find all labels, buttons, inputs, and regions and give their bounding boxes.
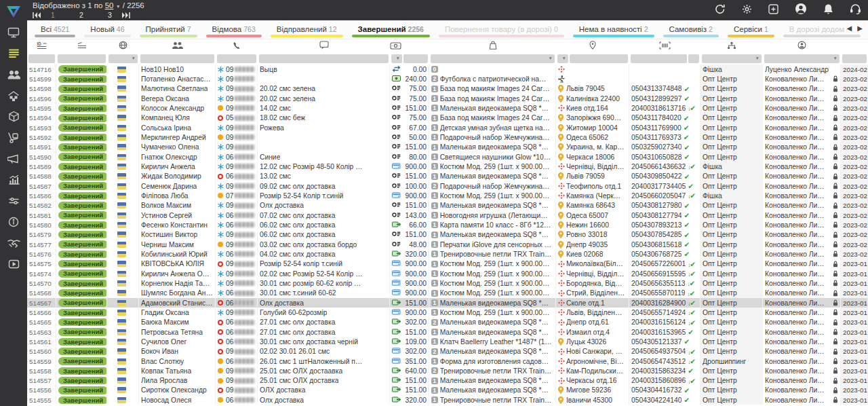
filter-pa-input[interactable] [403, 54, 428, 63]
per-page-dropdown[interactable]: 50 [105, 1, 114, 10]
column-header-tt[interactable] [629, 39, 701, 52]
sidebar-item-marketing[interactable] [0, 149, 27, 170]
filter-cm-input[interactable] [259, 54, 389, 63]
filter-pr-select[interactable] [431, 54, 555, 63]
tab-all[interactable]: Всі4521 [39, 25, 71, 37]
table-row[interactable]: 514563 Завершений Петровська Тетяна 06 2… [27, 327, 868, 337]
table-row[interactable]: 514599 Завершений Потапенко Анастас… 09 … [27, 74, 868, 84]
table-row[interactable]: 514582 Завершений Волков Максим 09 Олх д… [27, 201, 868, 210]
table-row[interactable]: 514576 Завершений Кобилинський Юрий 06 0… [27, 249, 868, 259]
table-row[interactable]: 514581 Завершений Устинов Сергей 06 07.0… [27, 210, 868, 220]
tab-new[interactable]: Новый46 [89, 25, 125, 37]
table-row[interactable]: 514591 Завершений Чумаченко Олена 09 151… [27, 143, 868, 152]
filter-de-input[interactable] [570, 54, 628, 63]
column-header-id[interactable]: ID [27, 39, 56, 52]
tab-services[interactable]: Сервіси1 [732, 25, 770, 37]
sidebar-item-dashboard[interactable] [0, 23, 27, 44]
tab-declined[interactable]: Відмова763 [211, 25, 257, 37]
table-row[interactable]: 514593 Завершений Сольська Ірина 09 Роже… [27, 123, 868, 132]
column-header-ph[interactable] [216, 39, 258, 52]
filter-pa-select[interactable] [391, 54, 402, 63]
sidebar-item-products[interactable] [0, 107, 27, 128]
table-row[interactable]: 514566 Завершений Гладик Оксана 09 Голуб… [27, 308, 868, 317]
column-header-ch[interactable] [701, 39, 763, 52]
sidebar-item-partners[interactable] [0, 234, 27, 255]
table-row[interactable]: 514561 Завершений Сучилов Олег 06 30.01 … [27, 337, 868, 346]
column-header-mg[interactable] [763, 39, 841, 52]
tab-out-of-stock[interactable]: Нема в наявності2 [578, 25, 650, 37]
table-row[interactable]: 514589 Завершений Кирилич Анжела 09 12.0… [27, 162, 868, 171]
filter-st-input[interactable] [58, 54, 106, 63]
column-header-dt[interactable] [841, 39, 868, 52]
filter-tt-flag[interactable] [688, 54, 699, 63]
tab-accepted[interactable]: Прийнятий7 [144, 25, 193, 37]
last-page-button[interactable] [122, 12, 130, 18]
sidebar-item-statistics[interactable] [0, 170, 27, 191]
tab-return-transit[interactable]: Повернення товару (в дорозі)0 [443, 25, 559, 37]
tab-sent[interactable]: Відправлений12 [275, 25, 338, 37]
table-row[interactable]: 514567 Завершений Адамовский Станис… 06 … [27, 298, 868, 308]
app-logo[interactable] [0, 0, 27, 23]
table-row[interactable]: 514592 Завершений Мерклингер Андрей 09 5… [27, 132, 868, 142]
table-row[interactable]: 514570 Завершений Корнелюк Надія Та… 09 … [27, 278, 868, 288]
table-row[interactable]: 514568 Завершений Шумляс Богдана Ан… 06 … [27, 289, 868, 298]
column-header-pr[interactable] [429, 39, 556, 52]
filter-mg-select[interactable] [764, 54, 840, 63]
sidebar-item-purchases[interactable] [0, 128, 27, 149]
filter-id-input[interactable] [28, 54, 55, 63]
table-row[interactable]: 514575 Завершений КВІТОВСЬКА ЮЛІЯ 09 Роз… [27, 259, 868, 269]
table-row[interactable]: 514558 Завершений Ковпак Татьяна 09 25.0… [27, 366, 868, 375]
column-header-pa[interactable] [390, 39, 429, 52]
table-row[interactable]: 514580 Завершений Фесенко Константин 06 … [27, 220, 868, 229]
table-row[interactable]: 514577 Завершений Черниш Максим 09 03.02… [27, 240, 868, 249]
table-row[interactable]: 514574 Завершений Кирилич Анжела Ол… 09 … [27, 269, 868, 278]
table-row[interactable]: 514595 Завершений Колосок Александр 09 1… [27, 103, 868, 113]
sidebar-item-settings[interactable] [0, 191, 27, 213]
sidebar-item-clients[interactable] [0, 65, 27, 86]
column-header-st[interactable] [56, 39, 107, 52]
tabs-scroll-left-icon[interactable]: ◀ [847, 24, 852, 32]
column-header-fl[interactable] [107, 39, 139, 52]
table-row[interactable]: 514557 Завершений Лила Ярослав 09 25.01 … [27, 376, 868, 386]
table-row[interactable]: 514594 Завершений Компанец Юля 05 18.02 … [27, 113, 868, 123]
filter-de-service-select[interactable] [557, 54, 568, 63]
filter-ch-select[interactable] [702, 54, 762, 63]
table-row[interactable]: 514559 Завершений Влас Слотюу 06 26.01 с… [27, 356, 868, 366]
tab-pickup[interactable]: Самовивіз2 [668, 25, 714, 37]
page-3-button[interactable]: 3 [107, 11, 113, 19]
filter-fl-select[interactable] [108, 54, 138, 63]
column-header-nm[interactable] [139, 39, 216, 52]
refresh-button[interactable] [715, 4, 726, 17]
column-header-cm[interactable] [258, 39, 390, 52]
table-row[interactable]: 514555 Завершений Новосад Олеся 06 Олх д… [27, 395, 868, 405]
tabs-scroll-right-icon[interactable]: ▶ [857, 24, 863, 32]
column-header-de[interactable] [556, 39, 629, 52]
table-row[interactable]: 514588 Завершений Жидак Володимир 06 13.… [27, 172, 868, 181]
filter-dt-input[interactable] [842, 54, 867, 63]
notifications-button[interactable] [823, 3, 833, 18]
settings-button[interactable] [742, 4, 752, 17]
table-row[interactable]: 514596 Завершений Вегера Оксана 09 20.02… [27, 94, 868, 103]
sidebar-item-tutorials[interactable] [0, 255, 27, 276]
tab-completed[interactable]: Завершений2256 [357, 25, 425, 37]
support-button[interactable] [850, 3, 861, 17]
filter-tt-input[interactable] [631, 54, 687, 63]
table-row[interactable]: 514598 Завершений Малютина Светлана 09 2… [27, 84, 868, 94]
profile-button[interactable] [795, 3, 807, 18]
table-row[interactable]: 514556 Завершений Сиротюк Олександр 09 О… [27, 386, 868, 395]
table-row[interactable]: 514560 Завершений Бокоч Иван 09 02.02 30… [27, 347, 868, 356]
sidebar-item-info[interactable] [0, 213, 27, 234]
table-row[interactable]: 514587 Завершений Семенюк Дарина 09 09.0… [27, 181, 868, 191]
table-row[interactable]: 514716 Завершений Нов10 Нов10 09 Выцв 0.… [27, 64, 868, 74]
filter-ph-input[interactable] [217, 54, 256, 63]
first-page-button[interactable] [33, 12, 41, 18]
table-row[interactable]: 514565 Завершений Баюка Максим 06 27.01 … [27, 318, 868, 327]
table-row[interactable]: 514586 Завершений Філіпова Люба 07 Розмі… [27, 191, 868, 200]
add-button[interactable] [768, 4, 778, 17]
page-1-button[interactable]: 1 [50, 11, 56, 19]
table-row[interactable]: 514579 Завершений Костишин Виктор 09 06.… [27, 230, 868, 240]
sidebar-item-orders[interactable] [0, 44, 27, 65]
filter-nm-input[interactable] [140, 54, 214, 63]
page-2-button[interactable]: 2 [79, 11, 84, 19]
sidebar-item-company[interactable] [0, 86, 27, 107]
